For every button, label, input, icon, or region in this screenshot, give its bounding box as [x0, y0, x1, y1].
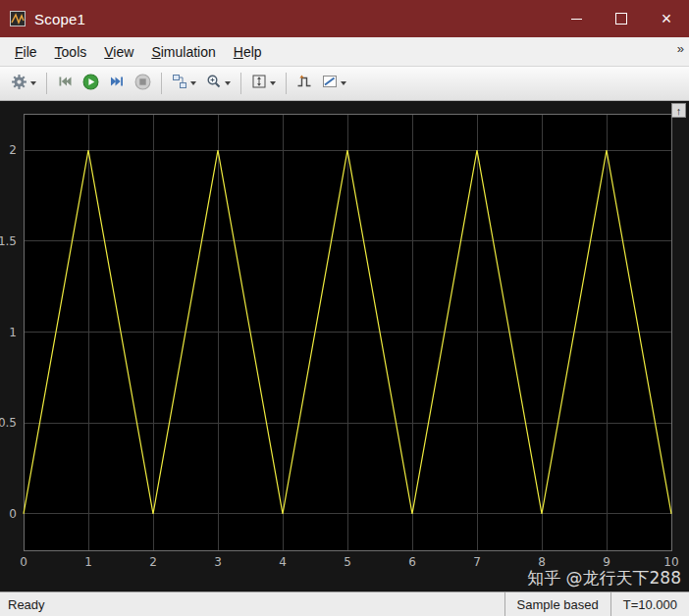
x-tick-label: 5 [344, 555, 351, 569]
x-tick-label: 1 [84, 555, 92, 569]
stop-icon [134, 74, 151, 94]
measurements-button[interactable] [317, 70, 351, 97]
y-tick-label: 0.5 [0, 416, 17, 430]
step-forward-icon [109, 74, 125, 93]
trigger-button[interactable] [292, 70, 317, 97]
step-back-icon [57, 74, 73, 93]
up-arrow-icon: ↑ [676, 105, 682, 117]
y-tick-label: 1.5 [0, 234, 17, 248]
dropdown-caret-icon[interactable] [270, 81, 276, 85]
menu-view[interactable]: View [95, 40, 142, 64]
gear-icon [11, 74, 27, 94]
minimize-icon [571, 19, 582, 20]
x-tick-label: 7 [473, 555, 481, 569]
scope-display[interactable]: 01234567891000.511.52 ↑ 知乎 @龙行天下288 [0, 101, 689, 591]
dropdown-caret-icon[interactable] [341, 81, 346, 85]
x-tick-label: 0 [20, 555, 27, 569]
statusbar: Ready Sample based T=10.000 [0, 591, 689, 616]
app-icon [10, 11, 26, 26]
x-tick-label: 4 [279, 555, 287, 569]
dropdown-caret-icon[interactable] [225, 81, 231, 85]
step-forward-button[interactable] [104, 70, 130, 97]
y-tick-label: 0 [9, 507, 17, 521]
menu-simulation[interactable]: Simulation [142, 40, 224, 64]
maximize-icon [615, 13, 627, 25]
close-button[interactable]: × [644, 0, 689, 37]
signal-config-icon [172, 74, 187, 93]
titlebar[interactable]: Scope1 × [0, 0, 689, 37]
menu-tools[interactable]: Tools [46, 40, 96, 64]
settings-button[interactable] [6, 70, 41, 97]
dropdown-caret-icon[interactable] [30, 81, 36, 85]
fit-to-view-button[interactable] [246, 70, 281, 97]
menubar: File Tools View Simulation Help » [0, 37, 689, 67]
dropdown-caret-icon[interactable] [190, 81, 196, 85]
step-back-button[interactable] [52, 70, 78, 97]
toolbar-separator [161, 73, 162, 94]
zoom-icon [206, 74, 222, 93]
scope-canvas[interactable]: 01234567891000.511.52 [0, 101, 689, 591]
window-title: Scope1 [34, 11, 85, 27]
minimize-button[interactable] [554, 0, 599, 37]
zoom-button[interactable] [201, 70, 236, 97]
maximize-button[interactable] [599, 0, 644, 37]
status-ready: Ready [0, 592, 504, 616]
toolbar-separator [286, 73, 287, 94]
x-tick-label: 6 [408, 555, 416, 569]
close-icon: × [662, 10, 672, 27]
toolbar-separator [46, 73, 47, 94]
expand-axes-button[interactable]: ↑ [671, 103, 686, 118]
y-tick-label: 1 [9, 326, 17, 339]
measurements-icon [322, 74, 338, 93]
fit-to-view-icon [251, 74, 267, 93]
trigger-icon [296, 74, 312, 93]
x-tick-label: 3 [214, 555, 222, 569]
status-sample-mode: Sample based [504, 592, 610, 616]
toolbar [0, 67, 689, 101]
y-tick-label: 2 [9, 143, 17, 157]
run-icon [82, 74, 99, 94]
x-tick-label: 2 [149, 555, 157, 569]
menu-overflow-icon[interactable]: » [677, 41, 684, 56]
menu-help[interactable]: Help [225, 40, 271, 64]
signal-config-button[interactable] [167, 70, 201, 97]
scope-window: Scope1 × File Tools View Simulation Help… [0, 0, 689, 616]
menu-file[interactable]: File [6, 40, 46, 64]
toolbar-separator [240, 73, 241, 94]
status-sim-time: T=10.000 [610, 592, 689, 616]
run-button[interactable] [78, 70, 104, 97]
watermark: 知乎 @龙行天下288 [527, 567, 681, 590]
stop-button[interactable] [130, 70, 156, 97]
